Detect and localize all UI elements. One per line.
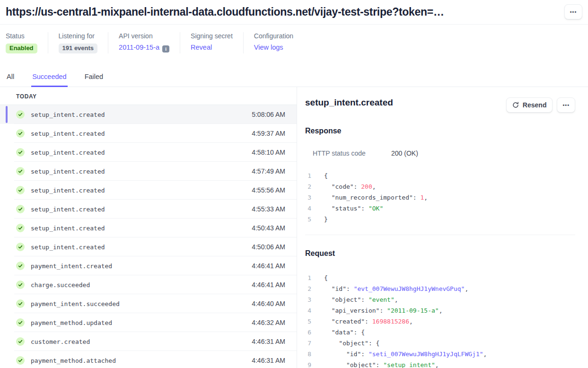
code-line-number: 1 bbox=[305, 170, 311, 181]
code-line: 6 "data": { bbox=[305, 327, 575, 338]
event-type-label: setup_intent.created bbox=[31, 111, 105, 118]
code-token: "seti_007WewuJW8hgHJ1yJqLFWGj1" bbox=[369, 350, 483, 358]
detail-header: setup_intent.created Resend ••• bbox=[305, 97, 575, 113]
code-token: "id": bbox=[324, 350, 369, 358]
event-time: 4:46:31 AM bbox=[252, 357, 285, 364]
code-line-content: "object": { bbox=[324, 338, 379, 349]
event-list-rows: setup_intent.created 5:08:06 AM setup_in… bbox=[0, 105, 297, 368]
meta-value: Reveal bbox=[191, 44, 233, 51]
code-token: "evt_007WewuJW8hgHJ1yWnevGPuq" bbox=[354, 285, 465, 292]
meta-value: 2011-09-15-ai bbox=[119, 44, 169, 53]
code-token: , bbox=[395, 296, 398, 303]
code-line-content: "num_records_imported": 1, bbox=[324, 192, 428, 203]
section-divider bbox=[305, 235, 575, 235]
code-token: "code": bbox=[324, 183, 361, 190]
status-badge: Enabled bbox=[6, 44, 37, 53]
code-token: "event" bbox=[369, 296, 395, 303]
event-list-row[interactable]: charge.succeeded 4:46:41 AM bbox=[0, 275, 297, 294]
event-type-label: payment_intent.succeeded bbox=[31, 300, 120, 307]
code-line-number: 2 bbox=[305, 181, 311, 192]
code-line-number: 9 bbox=[305, 359, 311, 368]
event-time: 4:46:32 AM bbox=[252, 319, 285, 326]
event-time: 4:50:43 AM bbox=[252, 224, 285, 232]
request-section-heading: Request bbox=[305, 249, 575, 258]
tab-failed[interactable]: Failed bbox=[84, 70, 105, 87]
code-line-content: { bbox=[324, 170, 328, 181]
code-token: , bbox=[465, 285, 468, 292]
code-line-number: 5 bbox=[305, 214, 311, 225]
code-token: , bbox=[409, 318, 413, 325]
event-time: 4:46:40 AM bbox=[252, 300, 285, 307]
info-icon[interactable]: i bbox=[162, 45, 169, 53]
list-date-header: TODAY bbox=[16, 93, 297, 100]
response-section-heading: Response bbox=[305, 127, 575, 135]
success-check-icon bbox=[16, 299, 25, 308]
event-time: 4:46:31 AM bbox=[252, 338, 285, 345]
code-line-content: "id": "evt_007WewuJW8hgHJ1yWnevGPuq", bbox=[324, 283, 468, 294]
event-list-row[interactable]: setup_intent.created 4:58:10 AM bbox=[0, 143, 297, 162]
code-line-number: 1 bbox=[305, 272, 311, 283]
event-list-row[interactable]: setup_intent.created 4:50:06 AM bbox=[0, 237, 297, 256]
code-token: "num_records_imported": bbox=[324, 194, 421, 201]
success-check-icon bbox=[16, 148, 25, 157]
meta-link[interactable]: Reveal bbox=[191, 44, 212, 51]
code-line-content: "object": "event", bbox=[324, 294, 398, 305]
event-type-label: payment_method.attached bbox=[31, 357, 116, 364]
event-type-label: setup_intent.created bbox=[31, 206, 105, 213]
event-time: 5:08:06 AM bbox=[252, 111, 285, 118]
event-list-row[interactable]: payment_intent.succeeded 4:46:40 AM bbox=[0, 294, 297, 313]
code-token: "created": bbox=[324, 318, 372, 325]
event-list-row[interactable]: payment_method.updated 4:46:32 AM bbox=[0, 313, 297, 332]
code-token: { bbox=[324, 274, 328, 281]
code-line: 7 "object": { bbox=[305, 338, 575, 349]
meta-link[interactable]: 2011-09-15-a bbox=[119, 44, 159, 51]
code-token: "api_version": bbox=[324, 307, 387, 314]
event-list-row[interactable]: setup_intent.created 4:55:56 AM bbox=[0, 181, 297, 200]
event-detail-panel: setup_intent.created Resend ••• Response… bbox=[297, 87, 588, 368]
code-token: "setup_intent" bbox=[383, 361, 435, 368]
success-check-icon bbox=[16, 167, 25, 175]
code-line-content: "api_version": "2011-09-15-a", bbox=[324, 305, 442, 316]
event-type-label: setup_intent.created bbox=[31, 149, 105, 156]
success-check-icon bbox=[16, 110, 25, 119]
main-split: TODAY setup_intent.created 5:08:06 AM se… bbox=[0, 87, 588, 368]
event-list-row[interactable]: payment_intent.created 4:46:41 AM bbox=[0, 256, 297, 275]
code-token: "2011-09-15-a" bbox=[387, 307, 439, 314]
code-line-number: 4 bbox=[305, 203, 311, 214]
code-token: 1698815286 bbox=[372, 318, 409, 325]
event-list-row[interactable]: setup_intent.created 4:50:43 AM bbox=[0, 219, 297, 237]
success-check-icon bbox=[16, 280, 25, 289]
event-list-row[interactable]: customer.created 4:46:31 AM bbox=[0, 332, 297, 351]
header-overflow-button[interactable]: ••• bbox=[564, 4, 582, 19]
ellipsis-icon: ••• bbox=[570, 9, 577, 15]
event-list-row[interactable]: setup_intent.created 4:59:37 AM bbox=[0, 124, 297, 143]
code-line-number: 7 bbox=[305, 338, 311, 349]
meta-label: Listening for bbox=[59, 32, 98, 40]
code-line-content: "code": 200, bbox=[324, 181, 376, 192]
event-list-panel: TODAY setup_intent.created 5:08:06 AM se… bbox=[0, 87, 297, 368]
code-line: 2 "code": 200, bbox=[305, 181, 575, 192]
event-list-row[interactable]: setup_intent.created 4:57:49 AM bbox=[0, 162, 297, 181]
success-check-icon bbox=[16, 129, 25, 138]
event-list-row[interactable]: setup_intent.created 5:08:06 AM bbox=[0, 105, 297, 124]
tab-all[interactable]: All bbox=[6, 70, 15, 87]
detail-overflow-button[interactable]: ••• bbox=[557, 97, 575, 113]
event-list-row[interactable]: payment_method.attached 4:46:31 AM bbox=[0, 351, 297, 368]
code-line: 1 { bbox=[305, 170, 575, 181]
event-type-label: payment_intent.created bbox=[31, 263, 112, 270]
event-type-label: setup_intent.created bbox=[31, 244, 105, 251]
events-count-badge: 191 events bbox=[59, 44, 98, 53]
code-token: "id": bbox=[324, 285, 354, 292]
code-line: 3 "num_records_imported": 1, bbox=[305, 192, 575, 203]
event-type-label: setup_intent.created bbox=[31, 225, 105, 232]
success-check-icon bbox=[16, 205, 25, 213]
meta-value: Enabled bbox=[6, 44, 37, 53]
meta-link[interactable]: View logs bbox=[254, 44, 283, 51]
resend-button[interactable]: Resend bbox=[506, 97, 553, 113]
code-token: , bbox=[372, 183, 376, 190]
code-token: { bbox=[324, 172, 328, 179]
tab-succeeded[interactable]: Succeeded bbox=[31, 70, 68, 87]
code-token: , bbox=[435, 361, 439, 368]
event-list-row[interactable]: setup_intent.created 4:55:33 AM bbox=[0, 200, 297, 219]
code-token: , bbox=[439, 307, 443, 314]
